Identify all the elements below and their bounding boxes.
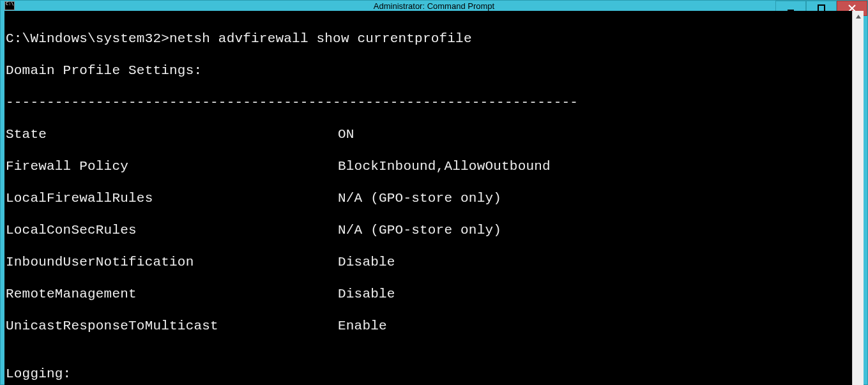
setting-row: RemoteManagementDisable xyxy=(6,286,851,302)
setting-row: LocalConSecRulesN/A (GPO-store only) xyxy=(6,222,851,238)
setting-key: State xyxy=(6,126,338,142)
prompt-path: C:\Windows\system32> xyxy=(6,31,169,46)
setting-row: LocalFirewallRulesN/A (GPO-store only) xyxy=(6,190,851,206)
divider-line: ----------------------------------------… xyxy=(6,94,851,110)
cmd-icon xyxy=(4,1,15,11)
console-area: C:\Windows\system32>netsh advfirewall sh… xyxy=(4,11,864,385)
setting-key: LocalFirewallRules xyxy=(6,190,338,206)
window-title: Administrator: Command Prompt xyxy=(374,1,494,11)
setting-row: Firewall PolicyBlockInbound,AllowOutboun… xyxy=(6,158,851,174)
command-prompt-window: Administrator: Command Prompt C:\Windows… xyxy=(0,0,868,385)
setting-value: Disable xyxy=(338,254,395,270)
setting-key: Firewall Policy xyxy=(6,158,338,174)
setting-row: UnicastResponseToMulticastEnable xyxy=(6,318,851,334)
svg-marker-4 xyxy=(856,15,861,19)
vertical-scrollbar[interactable] xyxy=(852,11,864,385)
setting-key: LocalConSecRules xyxy=(6,222,338,238)
logging-header: Logging: xyxy=(6,366,851,382)
setting-value: BlockInbound,AllowOutbound xyxy=(338,158,551,174)
profile-header: Domain Profile Settings: xyxy=(6,63,851,79)
setting-value: Disable xyxy=(338,286,395,302)
scroll-track[interactable] xyxy=(853,22,864,385)
setting-key: InboundUserNotification xyxy=(6,254,338,270)
command-text: netsh advfirewall show currentprofile xyxy=(169,31,472,46)
titlebar[interactable]: Administrator: Command Prompt xyxy=(1,1,867,11)
setting-row: InboundUserNotificationDisable xyxy=(6,254,851,270)
setting-key: RemoteManagement xyxy=(6,286,338,302)
console-output[interactable]: C:\Windows\system32>netsh advfirewall sh… xyxy=(4,11,852,385)
setting-value: N/A (GPO-store only) xyxy=(338,222,501,238)
setting-value: Enable xyxy=(338,318,387,334)
setting-value: ON xyxy=(338,126,354,142)
setting-key: UnicastResponseToMulticast xyxy=(6,318,338,334)
scroll-up-arrow[interactable] xyxy=(853,11,864,22)
setting-row: StateON xyxy=(6,126,851,142)
setting-value: N/A (GPO-store only) xyxy=(338,190,501,206)
